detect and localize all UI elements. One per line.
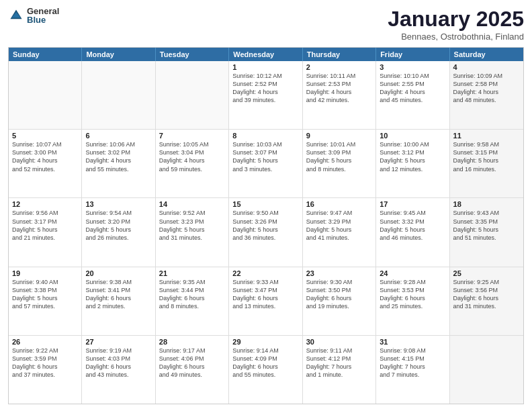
- page-header: General Blue January 2025 Bennaes, Ostro…: [8, 7, 524, 42]
- day-info: Sunrise: 10:09 AM Sunset: 2:58 PM Daylig…: [453, 72, 520, 105]
- day-number: 11: [453, 132, 520, 140]
- day-cell-20: 20Sunrise: 9:38 AM Sunset: 3:41 PM Dayli…: [82, 267, 155, 335]
- day-number: 30: [306, 338, 372, 346]
- day-number: 2: [306, 63, 372, 71]
- day-number: 25: [453, 269, 520, 277]
- day-number: 23: [306, 269, 372, 277]
- day-cell-5: 5Sunrise: 10:07 AM Sunset: 3:00 PM Dayli…: [9, 130, 82, 197]
- calendar: SundayMondayTuesdayWednesdayThursdayFrid…: [8, 47, 524, 404]
- day-cell-31: 31Sunrise: 9:08 AM Sunset: 4:15 PM Dayli…: [376, 336, 449, 404]
- day-headers: SundayMondayTuesdayWednesdayThursdayFrid…: [9, 48, 523, 61]
- day-cell-22: 22Sunrise: 9:33 AM Sunset: 3:47 PM Dayli…: [229, 267, 302, 335]
- day-number: 15: [232, 200, 298, 208]
- day-header-tuesday: Tuesday: [156, 48, 229, 61]
- day-info: Sunrise: 9:30 AM Sunset: 3:50 PM Dayligh…: [306, 278, 372, 311]
- logo: General Blue: [8, 7, 59, 24]
- day-number: 9: [306, 132, 372, 140]
- day-cell-24: 24Sunrise: 9:28 AM Sunset: 3:53 PM Dayli…: [376, 267, 449, 335]
- day-info: Sunrise: 9:45 AM Sunset: 3:32 PM Dayligh…: [380, 209, 445, 242]
- day-cell-6: 6Sunrise: 10:06 AM Sunset: 3:02 PM Dayli…: [82, 130, 155, 197]
- day-info: Sunrise: 9:47 AM Sunset: 3:29 PM Dayligh…: [306, 209, 372, 242]
- day-number: 28: [159, 338, 225, 346]
- day-cell-2: 2Sunrise: 10:11 AM Sunset: 2:53 PM Dayli…: [303, 61, 376, 129]
- day-cell-17: 17Sunrise: 9:45 AM Sunset: 3:32 PM Dayli…: [376, 198, 449, 266]
- day-number: 27: [85, 338, 151, 346]
- week-row-2: 5Sunrise: 10:07 AM Sunset: 3:00 PM Dayli…: [9, 129, 523, 197]
- day-info: Sunrise: 9:54 AM Sunset: 3:20 PM Dayligh…: [85, 209, 151, 242]
- day-number: 10: [380, 132, 445, 140]
- day-info: Sunrise: 9:08 AM Sunset: 4:15 PM Dayligh…: [380, 347, 445, 379]
- day-info: Sunrise: 9:33 AM Sunset: 3:47 PM Dayligh…: [232, 278, 298, 311]
- day-info: Sunrise: 10:07 AM Sunset: 3:00 PM Daylig…: [12, 140, 78, 173]
- day-info: Sunrise: 10:01 AM Sunset: 3:09 PM Daylig…: [306, 140, 372, 173]
- day-cell-11: 11Sunrise: 9:58 AM Sunset: 3:15 PM Dayli…: [450, 130, 523, 197]
- week-row-5: 26Sunrise: 9:22 AM Sunset: 3:59 PM Dayli…: [9, 335, 523, 404]
- day-info: Sunrise: 10:10 AM Sunset: 2:55 PM Daylig…: [380, 72, 445, 105]
- day-info: Sunrise: 9:56 AM Sunset: 3:17 PM Dayligh…: [12, 209, 78, 242]
- day-header-sunday: Sunday: [9, 48, 82, 61]
- day-number: 3: [380, 63, 445, 71]
- day-number: 17: [380, 200, 445, 208]
- day-cell-30: 30Sunrise: 9:11 AM Sunset: 4:12 PM Dayli…: [303, 336, 376, 404]
- day-info: Sunrise: 9:28 AM Sunset: 3:53 PM Dayligh…: [380, 278, 445, 311]
- day-cell-23: 23Sunrise: 9:30 AM Sunset: 3:50 PM Dayli…: [303, 267, 376, 335]
- day-info: Sunrise: 9:14 AM Sunset: 4:09 PM Dayligh…: [232, 347, 298, 379]
- day-info: Sunrise: 10:11 AM Sunset: 2:53 PM Daylig…: [306, 72, 372, 105]
- week-row-3: 12Sunrise: 9:56 AM Sunset: 3:17 PM Dayli…: [9, 197, 523, 266]
- day-cell-28: 28Sunrise: 9:17 AM Sunset: 4:06 PM Dayli…: [156, 336, 229, 404]
- day-number: 31: [380, 338, 445, 346]
- day-cell-19: 19Sunrise: 9:40 AM Sunset: 3:38 PM Dayli…: [9, 267, 82, 335]
- day-info: Sunrise: 10:03 AM Sunset: 3:07 PM Daylig…: [232, 140, 298, 173]
- day-info: Sunrise: 9:19 AM Sunset: 4:03 PM Dayligh…: [85, 347, 151, 379]
- day-number: 19: [12, 269, 78, 277]
- day-info: Sunrise: 10:06 AM Sunset: 3:02 PM Daylig…: [85, 140, 151, 173]
- day-number: 21: [159, 269, 225, 277]
- day-info: Sunrise: 9:25 AM Sunset: 3:56 PM Dayligh…: [453, 278, 520, 311]
- day-info: Sunrise: 10:00 AM Sunset: 3:12 PM Daylig…: [380, 140, 445, 173]
- day-cell-14: 14Sunrise: 9:52 AM Sunset: 3:23 PM Dayli…: [156, 198, 229, 266]
- day-number: 14: [159, 200, 225, 208]
- day-number: 5: [12, 132, 78, 140]
- location-subtitle: Bennaes, Ostrobothnia, Finland: [388, 32, 524, 42]
- day-cell-10: 10Sunrise: 10:00 AM Sunset: 3:12 PM Dayl…: [376, 130, 449, 197]
- day-cell-27: 27Sunrise: 9:19 AM Sunset: 4:03 PM Dayli…: [82, 336, 155, 404]
- day-cell-8: 8Sunrise: 10:03 AM Sunset: 3:07 PM Dayli…: [229, 130, 302, 197]
- day-info: Sunrise: 9:22 AM Sunset: 3:59 PM Dayligh…: [12, 347, 78, 379]
- day-number: 1: [232, 63, 298, 71]
- title-block: January 2025 Bennaes, Ostrobothnia, Finl…: [388, 7, 524, 42]
- logo-blue: Blue: [27, 15, 59, 24]
- day-info: Sunrise: 9:38 AM Sunset: 3:41 PM Dayligh…: [85, 278, 151, 311]
- day-info: Sunrise: 9:58 AM Sunset: 3:15 PM Dayligh…: [453, 140, 520, 173]
- day-cell-12: 12Sunrise: 9:56 AM Sunset: 3:17 PM Dayli…: [9, 198, 82, 266]
- day-number: 26: [12, 338, 78, 346]
- day-cell-15: 15Sunrise: 9:50 AM Sunset: 3:26 PM Dayli…: [229, 198, 302, 266]
- day-cell-7: 7Sunrise: 10:05 AM Sunset: 3:04 PM Dayli…: [156, 130, 229, 197]
- logo-icon: [8, 7, 24, 24]
- day-info: Sunrise: 9:52 AM Sunset: 3:23 PM Dayligh…: [159, 209, 225, 242]
- day-cell-25: 25Sunrise: 9:25 AM Sunset: 3:56 PM Dayli…: [450, 267, 523, 335]
- week-row-4: 19Sunrise: 9:40 AM Sunset: 3:38 PM Dayli…: [9, 267, 523, 335]
- day-header-monday: Monday: [82, 48, 155, 61]
- day-header-friday: Friday: [376, 48, 449, 61]
- day-cell-13: 13Sunrise: 9:54 AM Sunset: 3:20 PM Dayli…: [82, 198, 155, 266]
- day-number: 22: [232, 269, 298, 277]
- logo-text: General Blue: [27, 7, 59, 24]
- day-cell-9: 9Sunrise: 10:01 AM Sunset: 3:09 PM Dayli…: [303, 130, 376, 197]
- day-cell-26: 26Sunrise: 9:22 AM Sunset: 3:59 PM Dayli…: [9, 336, 82, 404]
- day-cell-empty: [82, 61, 155, 129]
- day-number: 18: [453, 200, 520, 208]
- day-info: Sunrise: 9:43 AM Sunset: 3:35 PM Dayligh…: [453, 209, 520, 242]
- day-info: Sunrise: 9:40 AM Sunset: 3:38 PM Dayligh…: [12, 278, 78, 311]
- day-number: 16: [306, 200, 372, 208]
- day-number: 12: [12, 200, 78, 208]
- month-title: January 2025: [388, 7, 524, 32]
- week-row-1: 1Sunrise: 10:12 AM Sunset: 2:52 PM Dayli…: [9, 61, 523, 129]
- day-info: Sunrise: 9:35 AM Sunset: 3:44 PM Dayligh…: [159, 278, 225, 311]
- day-cell-empty: [9, 61, 82, 129]
- day-cell-1: 1Sunrise: 10:12 AM Sunset: 2:52 PM Dayli…: [229, 61, 302, 129]
- day-number: 8: [232, 132, 298, 140]
- day-cell-3: 3Sunrise: 10:10 AM Sunset: 2:55 PM Dayli…: [376, 61, 449, 129]
- day-number: 13: [85, 200, 151, 208]
- day-number: 20: [85, 269, 151, 277]
- day-info: Sunrise: 10:05 AM Sunset: 3:04 PM Daylig…: [159, 140, 225, 173]
